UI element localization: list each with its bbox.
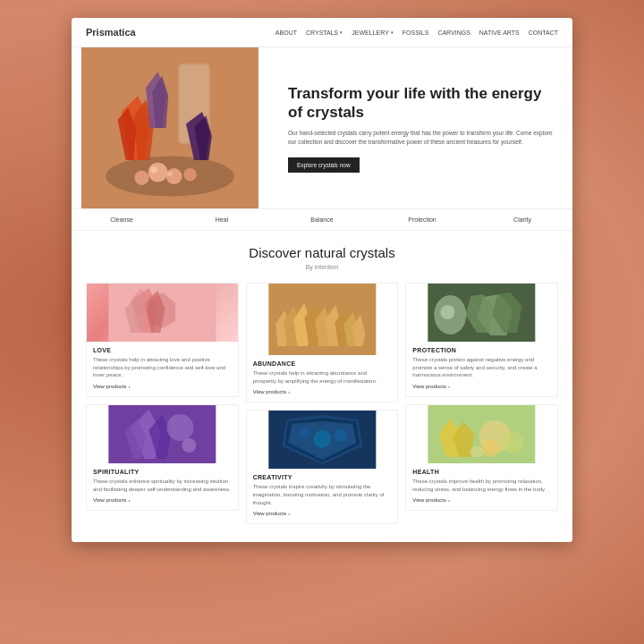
card-health-body: HEALTH These crystals improve health by … xyxy=(406,463,557,510)
explore-button[interactable]: Explore crystals now xyxy=(288,157,360,173)
love-crystal-svg xyxy=(87,284,238,342)
svg-point-27 xyxy=(182,438,196,453)
card-spirituality-title: SPIRITUALITY xyxy=(93,469,232,475)
spirituality-crystal-svg xyxy=(87,405,238,463)
protection-crystal-svg xyxy=(406,284,557,342)
cards-grid: LOVE These crystals help in attracting l… xyxy=(86,283,558,524)
card-abundance-link[interactable]: View products › xyxy=(253,389,392,394)
browser-window: Prismatica ABOUT CRYSTALS▾ JEWELLERY▾ FO… xyxy=(72,18,572,542)
card-creativity-desc: These crystals inspire creativity by sti… xyxy=(253,483,392,506)
arrow-icon: › xyxy=(288,389,290,394)
card-protection: PROTECTION These crystals protect agains… xyxy=(405,283,558,397)
discover-section: Discover natural crystals By intention xyxy=(72,231,572,542)
nav-crystals[interactable]: CRYSTALS▾ xyxy=(306,30,343,36)
category-clarity[interactable]: Clarity xyxy=(472,209,572,230)
arrow-icon: › xyxy=(288,511,290,516)
nav-contact[interactable]: CONTACT xyxy=(529,30,558,36)
nav-carvings[interactable]: CARVINGS xyxy=(437,30,470,36)
card-health-image xyxy=(406,405,557,463)
hero-crystals-svg xyxy=(72,47,268,208)
discover-subtitle: By intention xyxy=(86,264,558,270)
card-creativity-image xyxy=(247,411,398,469)
arrow-icon: › xyxy=(129,384,131,389)
card-creativity-link[interactable]: View products › xyxy=(253,511,392,516)
card-love: LOVE These crystals help in attracting l… xyxy=(86,283,239,397)
card-protection-desc: These crystals protect against negative … xyxy=(412,356,551,379)
creativity-crystal-svg xyxy=(247,411,398,469)
svg-point-15 xyxy=(150,166,157,173)
svg-point-51 xyxy=(441,305,455,319)
discover-title: Discover natural crystals xyxy=(86,245,558,260)
grid-col-middle: ABUNDANCE These crystals help in attract… xyxy=(246,283,399,524)
card-spirituality: SPIRITUALITY These crystals enhance spir… xyxy=(86,404,239,511)
abundance-crystal-svg xyxy=(247,284,398,355)
card-health-link[interactable]: View products › xyxy=(412,497,551,503)
category-balance[interactable]: Balance xyxy=(272,209,372,230)
svg-point-58 xyxy=(470,446,485,457)
card-protection-title: PROTECTION xyxy=(412,347,551,353)
card-creativity-title: CREATIVITY xyxy=(253,474,392,480)
svg-rect-21 xyxy=(108,284,216,342)
category-heal[interactable]: Heal xyxy=(172,209,272,230)
card-protection-link[interactable]: View products › xyxy=(412,384,551,389)
card-abundance: ABUNDANCE These crystals help in attract… xyxy=(246,283,399,402)
card-abundance-desc: These crystals help in attracting abunda… xyxy=(253,369,392,385)
card-love-body: LOVE These crystals help in attracting l… xyxy=(87,342,238,396)
category-bar: Cleanse Heal Balance Protection Clarity xyxy=(72,208,572,231)
card-love-image xyxy=(87,284,238,342)
arrow-icon: › xyxy=(448,497,450,503)
grid-col-right: PROTECTION These crystals protect agains… xyxy=(405,283,558,524)
svg-point-12 xyxy=(134,171,148,185)
card-protection-body: PROTECTION These crystals protect agains… xyxy=(406,342,557,396)
navigation: Prismatica ABOUT CRYSTALS▾ JEWELLERY▾ FO… xyxy=(72,18,572,47)
card-spirituality-desc: These crystals enhance spirituality by i… xyxy=(93,478,232,493)
arrow-icon: › xyxy=(448,384,450,389)
nav-native-arts[interactable]: NATIVE ARTS xyxy=(479,30,520,36)
category-protection[interactable]: Protection xyxy=(372,209,472,230)
category-cleanse[interactable]: Cleanse xyxy=(72,209,172,230)
card-love-link[interactable]: View products › xyxy=(93,384,232,389)
card-spirituality-link[interactable]: View products › xyxy=(93,497,232,503)
svg-point-16 xyxy=(167,172,172,176)
card-abundance-body: ABUNDANCE These crystals help in attract… xyxy=(247,355,398,402)
grid-col-left: LOVE These crystals help in attracting l… xyxy=(86,283,239,524)
card-abundance-image xyxy=(247,284,398,355)
card-health: HEALTH These crystals improve health by … xyxy=(405,404,558,511)
hero-section: Transform your life with the energy of c… xyxy=(72,47,572,208)
chevron-down-icon: ▾ xyxy=(391,30,394,35)
card-spirituality-body: SPIRITUALITY These crystals enhance spir… xyxy=(87,463,238,510)
chevron-down-icon: ▾ xyxy=(340,30,343,35)
card-abundance-title: ABUNDANCE xyxy=(253,360,392,367)
svg-point-9 xyxy=(148,163,168,182)
card-creativity: CREATIVITY These crystals inspire creati… xyxy=(246,410,399,524)
nav-about[interactable]: ABOUT xyxy=(275,30,297,36)
health-crystal-svg xyxy=(406,405,557,463)
card-protection-image xyxy=(406,284,557,342)
svg-rect-45 xyxy=(268,411,376,469)
svg-point-56 xyxy=(503,432,524,453)
card-health-desc: These crystals improve health by promoti… xyxy=(412,478,551,493)
nav-items: ABOUT CRYSTALS▾ JEWELLERY▾ FOSSILS CARVI… xyxy=(275,30,558,36)
hero-description: Our hand-selected crystals carry potent … xyxy=(288,129,553,147)
arrow-icon: › xyxy=(129,497,131,503)
hero-image xyxy=(72,47,268,208)
card-spirituality-image xyxy=(87,405,238,463)
hero-title: Transform your life with the energy of c… xyxy=(288,84,553,123)
hero-content: Transform your life with the energy of c… xyxy=(268,47,572,208)
nav-fossils[interactable]: FOSSILS xyxy=(402,30,429,36)
logo[interactable]: Prismatica xyxy=(86,27,136,38)
svg-point-11 xyxy=(183,168,196,181)
svg-point-10 xyxy=(166,168,182,184)
svg-point-57 xyxy=(482,439,500,457)
card-creativity-body: CREATIVITY These crystals inspire creati… xyxy=(247,469,398,523)
card-health-title: HEALTH xyxy=(412,469,551,475)
card-love-desc: These crystals help in attracting love a… xyxy=(93,356,232,379)
nav-jewellery[interactable]: JEWELLERY▾ xyxy=(352,30,394,36)
svg-point-26 xyxy=(166,414,193,441)
card-love-title: LOVE xyxy=(93,347,232,353)
